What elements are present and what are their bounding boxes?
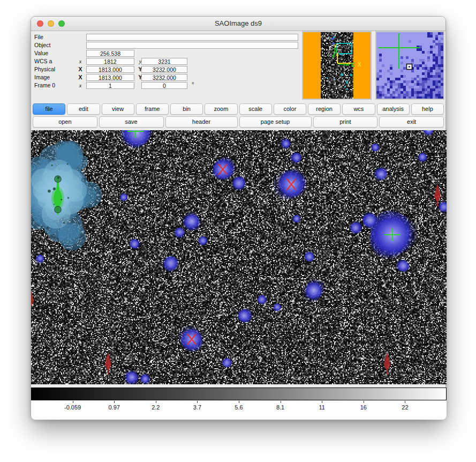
colorbar-scale: -0.059 0.97 2.2 3.7 5.6 8.1 11 16 22 [31,400,447,420]
physical-row: Physical X 1813.000 Y 3232.000 [31,66,331,73]
tick-label: 8.1 [276,404,284,411]
tick-label: 3.7 [193,404,201,411]
frame-rotate-field[interactable]: 0 [141,82,187,89]
colorbar-gradient[interactable] [31,388,447,400]
wcs-label: WCS a [34,58,82,65]
window-title: SAOImage ds9 [31,17,445,31]
object-label: Object [34,42,82,49]
tick-label: 5.6 [235,404,243,411]
menu-file[interactable]: file [33,103,65,115]
tick-mark [197,401,198,403]
tick-label: 11 [319,404,324,411]
tick-label: 2.2 [152,404,160,411]
value-row: Value 256.538 [31,50,331,57]
physical-label: Physical [34,66,82,73]
menu-bin[interactable]: bin [170,103,203,115]
menu-edit[interactable]: edit [67,103,100,115]
menu-wcs[interactable]: wcs [342,103,375,115]
image-row: Image X 1813.000 Y 3232.000 [31,74,331,81]
print-button[interactable]: print [313,116,378,128]
physical-x-axis-label: X [76,66,85,73]
file-row: File [31,34,331,41]
tick-label: -0.059 [64,404,81,411]
menu-frame[interactable]: frame [136,103,169,115]
menu-zoom[interactable]: zoom [205,103,237,115]
tick-mark [405,401,405,403]
save-button[interactable]: save [99,116,164,128]
tick-label: 22 [402,404,408,411]
frame-zoom-field[interactable]: 1 [86,82,134,89]
file-label: File [34,34,82,41]
ds9-window: SAOImage ds9 File Object Value 256.538 W… [31,16,446,419]
object-row: Object [31,42,331,49]
menu-region[interactable]: region [308,103,341,115]
menubar: file edit view frame bin zoom scale colo… [32,103,445,115]
file-field[interactable] [86,34,298,41]
open-button[interactable]: open [33,116,97,128]
wcs-x-axis-label: x [76,58,85,65]
menu-view[interactable]: view [102,103,134,115]
image-x-field[interactable]: 1813.000 [86,74,134,81]
degree-symbol: ° [192,81,194,87]
sky-image[interactable] [31,130,447,384]
image-label: Image [34,74,82,81]
wcs-row: WCS a x 1812 y 3231 [31,58,331,65]
panner-frame [302,31,372,100]
tick-mark [73,401,73,403]
value-label: Value [34,50,82,57]
page-setup-button[interactable]: page setup [239,116,312,128]
panner[interactable] [303,32,371,99]
tick-mark [114,401,115,403]
header-button[interactable]: header [165,116,238,128]
value-field[interactable]: 256.538 [86,50,134,57]
wcs-y-field[interactable]: 3231 [141,58,187,65]
magnifier [376,32,443,99]
tick-mark [322,401,322,403]
frame-row: Frame 0 x 1 0 ° [31,82,331,89]
tick-mark [239,401,239,403]
tick-mark [156,401,156,403]
frame-label: Frame 0 [34,82,82,89]
physical-x-field[interactable]: 1813.000 [86,66,134,73]
image-y-field[interactable]: 3232.000 [141,74,187,81]
wcs-x-field[interactable]: 1812 [86,58,134,65]
tick-mark [281,401,281,403]
menu-analysis[interactable]: analysis [377,103,410,115]
physical-y-field[interactable]: 3232.000 [141,66,187,73]
image-x-axis-label: X [76,74,85,81]
tick-label: 16 [360,404,367,411]
menu-color[interactable]: color [274,103,306,115]
tick-mark [364,401,364,403]
exit-button[interactable]: exit [379,116,444,128]
magnifier-frame [375,31,444,100]
titlebar[interactable]: SAOImage ds9 [31,17,445,31]
tick-label: 0.97 [108,404,119,411]
object-field[interactable] [86,42,298,49]
menu-help[interactable]: help [411,103,444,115]
menu-scale[interactable]: scale [239,103,272,115]
buttonbar: open save header page setup print exit [32,116,445,128]
frame-x-axis-label: x [76,82,85,89]
